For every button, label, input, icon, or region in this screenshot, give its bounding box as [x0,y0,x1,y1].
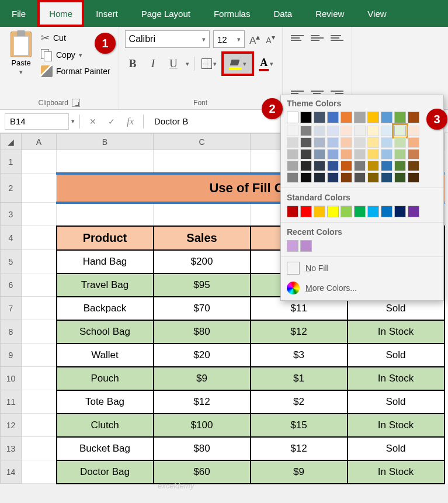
cell-status[interactable]: Sold [348,437,444,460]
enter-formula-button[interactable]: ✓ [103,113,120,130]
color-swatch[interactable] [287,149,298,159]
color-swatch[interactable] [287,137,298,148]
cell-status[interactable]: Sold [348,344,444,367]
cell-product[interactable]: Wallet [57,344,154,367]
color-swatch[interactable] [381,161,393,171]
row-header-14[interactable]: 14 [1,460,22,484]
color-swatch[interactable] [367,112,379,123]
row-header-6[interactable]: 6 [1,273,22,297]
header-sales[interactable]: Sales [154,226,251,250]
cell-price[interactable]: $2 [251,390,348,414]
color-swatch[interactable] [314,149,325,159]
row-header-5[interactable]: 5 [1,250,22,273]
color-swatch[interactable] [314,161,325,171]
cell-product[interactable]: Travel Bag [57,273,154,297]
cell-sales[interactable]: $95 [154,273,251,297]
row-header-2[interactable]: 2 [1,174,22,203]
cell-price[interactable]: $12 [251,437,348,460]
row-header-1[interactable]: 1 [1,150,22,174]
color-swatch[interactable] [381,206,393,217]
format-painter-button[interactable]: Format Painter [39,64,113,78]
color-swatch[interactable] [300,161,312,171]
color-swatch[interactable] [408,149,419,159]
cell-price[interactable]: $3 [251,344,348,367]
row-header-7[interactable]: 7 [1,297,22,320]
chevron-down-icon[interactable]: ▾ [19,68,23,76]
color-swatch[interactable] [341,161,352,171]
italic-button[interactable]: I [145,54,161,73]
cell-product[interactable]: Clutch [57,414,154,437]
color-swatch[interactable] [354,126,366,136]
fx-button[interactable]: fx [122,113,138,130]
font-size-select[interactable]: 12▾ [213,30,245,48]
align-bottom-button[interactable] [328,30,346,46]
color-swatch[interactable] [408,161,419,171]
row-header-10[interactable]: 10 [1,367,22,390]
cell-price[interactable]: $12 [251,320,348,344]
color-swatch[interactable] [354,161,366,171]
header-product[interactable]: Product [57,226,154,250]
cell-sales[interactable]: $12 [154,390,251,414]
color-swatch[interactable] [408,206,419,217]
cell-product[interactable]: Tote Bag [57,390,154,414]
color-swatch[interactable] [408,112,419,123]
dialog-launcher-icon[interactable] [72,99,80,107]
color-swatch[interactable] [327,137,339,148]
chevron-down-icon[interactable]: ▾ [186,60,189,68]
fill-color-button[interactable]: ▾ [225,55,251,72]
color-swatch[interactable] [354,172,366,183]
cell-status[interactable]: Sold [348,390,444,414]
border-button[interactable]: ▾ [199,54,219,73]
color-swatch[interactable] [381,126,393,136]
tab-file[interactable]: File [0,0,37,27]
tab-insert[interactable]: Insert [84,0,130,27]
tab-home[interactable]: Home [37,0,84,27]
color-swatch[interactable] [354,112,366,123]
cell-product[interactable]: Pouch [57,367,154,390]
cell-status[interactable]: In Stock [348,367,444,390]
chevron-down-icon[interactable]: ▾ [71,117,75,125]
color-swatch[interactable] [341,172,352,183]
color-swatch[interactable] [408,172,419,183]
cell-product[interactable]: Bucket Bag [57,437,154,460]
color-swatch[interactable] [300,126,312,136]
color-swatch[interactable] [341,137,352,148]
chevron-down-icon[interactable]: ▾ [79,51,82,59]
color-swatch[interactable] [287,112,298,123]
color-swatch[interactable] [367,206,379,217]
color-swatch[interactable] [300,206,312,217]
color-swatch[interactable] [381,172,393,183]
color-swatch[interactable] [367,137,379,148]
chevron-down-icon[interactable]: ▾ [237,36,241,43]
col-header-c[interactable]: C [154,134,251,150]
bold-button[interactable]: B [125,54,141,73]
color-swatch[interactable] [394,172,406,183]
cancel-formula-button[interactable]: ✕ [85,113,101,130]
more-colors-button[interactable]: More Colors... [281,278,443,298]
color-swatch[interactable] [327,126,339,136]
color-swatch[interactable] [408,137,419,148]
color-swatch[interactable] [327,206,339,217]
color-swatch[interactable] [300,112,312,123]
color-swatch[interactable] [394,206,406,217]
cell-sales[interactable]: $100 [154,414,251,437]
increase-font-button[interactable]: A▴ [248,32,261,47]
color-swatch[interactable] [327,112,339,123]
cell-product[interactable]: Doctor Bag [57,460,154,484]
color-swatch[interactable] [354,149,366,159]
tab-formulas[interactable]: Formulas [202,0,262,27]
no-fill-button[interactable]: No Fill [281,258,443,278]
color-swatch[interactable] [394,161,406,171]
col-header-b[interactable]: B [57,134,154,150]
select-all-button[interactable]: ◢ [1,134,22,150]
row-header-12[interactable]: 12 [1,414,22,437]
color-swatch[interactable] [367,172,379,183]
paste-button[interactable]: Paste ▾ [6,30,36,78]
row-header-13[interactable]: 13 [1,437,22,460]
color-swatch[interactable] [314,172,325,183]
color-swatch[interactable] [300,172,312,183]
row-header-9[interactable]: 9 [1,344,22,367]
color-swatch[interactable] [408,126,419,136]
color-swatch[interactable] [287,240,298,252]
name-box[interactable]: B14 [5,113,69,130]
